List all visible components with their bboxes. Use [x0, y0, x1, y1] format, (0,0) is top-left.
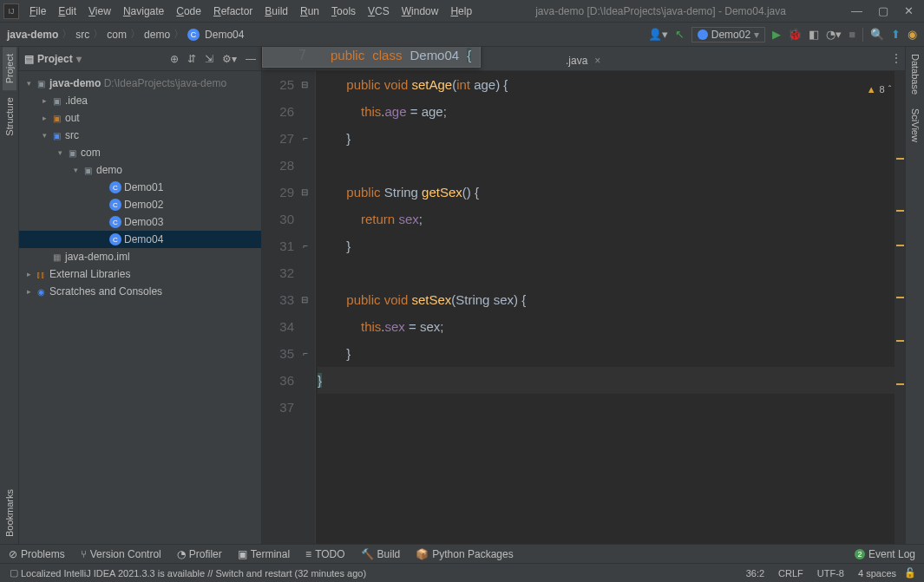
inspection-widget[interactable]: ▲ 8 ˆ ˇ [867, 76, 898, 103]
tree-root[interactable]: ▾▣ java-demo D:\IdeaProjects\java-demo [19, 75, 261, 92]
tree-src[interactable]: ▾▣src [19, 127, 261, 144]
editor-tab[interactable]: .java × [557, 51, 609, 70]
bottom-tab-profiler[interactable]: ◔Profiler [177, 548, 222, 560]
menu-navigate[interactable]: Navigate [118, 3, 169, 19]
ide-settings-icon[interactable]: ◉ [908, 28, 917, 41]
tree-ext-libs[interactable]: ▸⫿⫿External Libraries [19, 265, 261, 283]
readonly-lock-icon[interactable]: 🔓 [903, 567, 917, 579]
run-icon[interactable]: ▶ [772, 28, 781, 41]
navigation-toolbar: java-demo〉src〉com〉demo〉CDemo04 👤▾ ↖ Demo… [0, 23, 924, 47]
tree-class-demo03[interactable]: CDemo03 [19, 213, 261, 231]
code-line[interactable]: } [318, 340, 905, 367]
left-tab-structure[interactable]: Structure [3, 90, 16, 143]
tree-idea[interactable]: ▸▣.idea [19, 92, 261, 109]
breadcrumb-sticky-header[interactable]: 7 public class Demo04 { [262, 47, 481, 68]
code-editor[interactable]: 25⊟2627⌐2829⊟3031⌐3233⊟3435⌐3637 ▲ 8 ˆ ˇ [262, 71, 905, 544]
menu-run[interactable]: Run [295, 3, 324, 19]
tree-com[interactable]: ▾▣com [19, 144, 261, 161]
maximize-button[interactable]: ▢ [878, 4, 888, 17]
build-hammer-icon[interactable]: ↖ [675, 28, 685, 41]
project-view-title: Project [37, 53, 73, 65]
menu-file[interactable]: File [24, 3, 51, 19]
update-icon[interactable]: ⬆ [891, 28, 901, 41]
menu-tools[interactable]: Tools [326, 3, 361, 19]
bottom-tab-event-log[interactable]: 2Event Log [855, 548, 915, 560]
menu-view[interactable]: View [83, 3, 116, 19]
tree-iml[interactable]: ▦java-demo.iml [19, 248, 261, 265]
menu-help[interactable]: Help [445, 3, 477, 19]
tree-class-demo01[interactable]: CDemo01 [19, 179, 261, 196]
menu-code[interactable]: Code [171, 3, 206, 19]
code-line[interactable]: } [318, 232, 905, 259]
status-message[interactable]: Localized IntelliJ IDEA 2021.3.3 is avai… [21, 568, 366, 579]
indent-setting[interactable]: 4 spaces [851, 568, 903, 579]
tree-scratches[interactable]: ▸◉Scratches and Consoles [19, 283, 261, 300]
line-separator[interactable]: CRLF [771, 568, 810, 579]
minimize-button[interactable]: — [851, 4, 862, 17]
close-button[interactable]: ✕ [904, 4, 914, 17]
select-opened-file-icon[interactable]: ⊕ [170, 53, 179, 65]
tab-menu-icon[interactable]: ⋮ [891, 52, 901, 64]
code-line[interactable]: } [318, 367, 905, 394]
collapse-all-icon[interactable]: ⇲ [205, 53, 213, 65]
coverage-icon[interactable]: ◧ [809, 28, 819, 41]
editor-area: 7 public class Demo04 { .java × ⋮ 25⊟262… [262, 47, 905, 544]
code-line[interactable]: return sex; [318, 206, 905, 232]
settings-gear-icon[interactable]: ⚙▾ [222, 53, 237, 65]
menu-refactor[interactable]: Refactor [208, 3, 258, 19]
code-line[interactable] [318, 152, 905, 179]
tree-demo[interactable]: ▾▣demo [19, 161, 261, 179]
code-line[interactable]: this.age = age; [318, 98, 905, 125]
breadcrumb-item[interactable]: com [107, 29, 127, 41]
run-config-selector[interactable]: Demo02 ▾ [691, 27, 765, 43]
bottom-tab-terminal[interactable]: ▣Terminal [238, 548, 290, 560]
error-stripe[interactable] [895, 71, 905, 544]
editor-tab-bar: 7 public class Demo04 { .java × ⋮ [262, 47, 905, 71]
breadcrumb-item[interactable]: demo [144, 29, 170, 41]
bottom-tab-build[interactable]: 🔨Build [361, 548, 401, 560]
menu-build[interactable]: Build [259, 3, 293, 19]
hide-panel-icon[interactable]: — [246, 53, 256, 65]
code-line[interactable]: public void setAge(int age) { [318, 71, 905, 98]
breadcrumb-item[interactable]: Demo04 [205, 29, 244, 41]
user-icon[interactable]: 👤▾ [648, 28, 668, 41]
right-tab-database[interactable]: Database [908, 47, 922, 101]
tree-out[interactable]: ▸▣out [19, 109, 261, 127]
editor-gutter[interactable]: 25⊟2627⌐2829⊟3031⌐3233⊟3435⌐3637 [262, 71, 316, 544]
window-title: java-demo [D:\IdeaProjects\java-demo] - … [477, 5, 844, 17]
project-tool-window: ▤ Project ▾ ⊕ ⇵ ⇲ ⚙▾ — ▾▣ java-demo D:\I… [19, 47, 262, 544]
left-tab-project[interactable]: Project [3, 47, 16, 90]
bottom-tab-python-packages[interactable]: 📦Python Packages [416, 548, 513, 560]
code-line[interactable]: this.sex = sex; [318, 313, 905, 340]
debug-icon[interactable]: 🐞 [788, 28, 802, 41]
expand-all-icon[interactable]: ⇵ [187, 53, 196, 65]
chevron-up-icon[interactable]: ˆ [888, 76, 892, 103]
code-line[interactable]: public void setSex(String sex) { [318, 286, 905, 313]
close-tab-icon[interactable]: × [594, 55, 600, 67]
breadcrumb-item[interactable]: java-demo [7, 29, 58, 41]
breadcrumb-item[interactable]: src [75, 29, 89, 41]
right-tab-sciview[interactable]: SciView [908, 101, 922, 149]
caret-position[interactable]: 36:2 [739, 568, 771, 579]
left-tab-bookmarks[interactable]: Bookmarks [3, 482, 16, 544]
search-icon[interactable]: 🔍 [870, 28, 884, 41]
menu-vcs[interactable]: VCS [363, 3, 395, 19]
status-tools-icon[interactable]: ▢ [7, 567, 21, 579]
code-line[interactable]: public String getSex() { [318, 179, 905, 206]
code-line[interactable] [318, 394, 905, 421]
menu-window[interactable]: Window [396, 3, 444, 19]
tree-class-demo02[interactable]: CDemo02 [19, 196, 261, 213]
menu-edit[interactable]: Edit [53, 3, 82, 19]
file-encoding[interactable]: UTF-8 [810, 568, 851, 579]
title-bar: IJ FileEditViewNavigateCodeRefactorBuild… [0, 0, 924, 23]
bottom-tab-todo[interactable]: ≡TODO [305, 548, 344, 560]
bottom-tab-version-control[interactable]: ⑂Version Control [81, 548, 161, 560]
project-tree[interactable]: ▾▣ java-demo D:\IdeaProjects\java-demo ▸… [19, 71, 261, 544]
bottom-tab-problems[interactable]: ⊘Problems [9, 548, 65, 560]
profiler-icon[interactable]: ◔▾ [826, 28, 842, 41]
code-line[interactable]: } [318, 125, 905, 152]
code-line[interactable] [318, 259, 905, 286]
breadcrumb: java-demo〉src〉com〉demo〉CDemo04 [0, 27, 251, 42]
stop-icon[interactable]: ■ [849, 28, 855, 41]
tree-class-demo04[interactable]: CDemo04 [19, 231, 261, 248]
